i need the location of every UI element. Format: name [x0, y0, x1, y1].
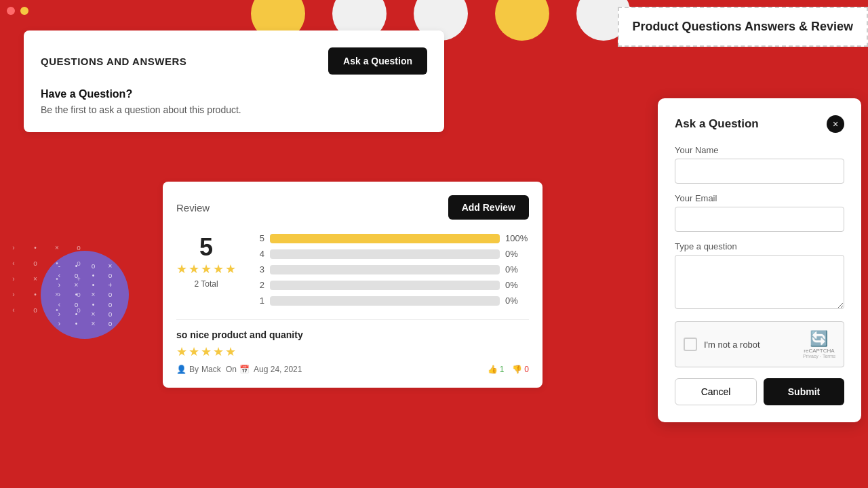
review-votes: 👍 1 👎 0 [488, 365, 529, 374]
review-panel-header: Review Add Review [176, 195, 529, 220]
ask-question-modal: Ask a Question × Your Name Your Email Ty… [658, 98, 861, 422]
ask-question-button[interactable]: Ask a Question [328, 47, 427, 75]
window-controls [7, 7, 28, 15]
review-on-label: On [224, 365, 237, 374]
bar-label-1: 1 [256, 296, 264, 306]
review-star-5: ★ [225, 344, 236, 359]
have-question-text: Have a Question? Be the first to ask a q… [41, 88, 427, 115]
thumbs-down-button[interactable]: 👎 0 [512, 365, 529, 374]
bar-row-2: 2 0% [256, 280, 529, 290]
email-label: Your Email [675, 193, 844, 203]
qa-panel-header: QUESTIONS AND ANSWERS Ask a Question [41, 47, 427, 75]
question-label: Type a question [675, 241, 844, 251]
bar-pct-3: 0% [505, 264, 529, 274]
captcha-text: I'm not a robot [704, 340, 796, 350]
bar-fill-5 [270, 234, 500, 243]
recaptcha-icon: 🔄 [810, 330, 828, 348]
star-4: ★ [213, 262, 224, 277]
bar-pct-1: 0% [505, 296, 529, 306]
bar-row-3: 3 0% [256, 264, 529, 274]
review-star-4: ★ [213, 344, 224, 359]
product-questions-title: Product Questions Answers & Review [633, 18, 853, 35]
review-star-3: ★ [201, 344, 212, 359]
bar-row-1: 1 0% [256, 296, 529, 306]
modal-title: Ask a Question [675, 117, 759, 131]
bar-track-1 [270, 296, 500, 306]
thumbs-up-count: 1 [500, 365, 505, 374]
author-name: Mack [201, 365, 221, 374]
overall-stars: ★ ★ ★ ★ ★ [176, 262, 236, 277]
review-date: Aug 24, 2021 [254, 365, 302, 374]
star-5: ★ [225, 262, 236, 277]
bar-label-2: 2 [256, 280, 264, 290]
name-input[interactable] [675, 159, 844, 184]
recaptcha-brand: reCAPTCHA [804, 348, 834, 354]
product-questions-label: Product Questions Answers & Review [618, 7, 868, 47]
email-field-group: Your Email [675, 193, 844, 232]
review-by-label: By [189, 365, 199, 374]
modal-footer: Cancel Submit [675, 378, 844, 405]
user-icon: 👤 [176, 365, 186, 374]
bar-label-5: 5 [256, 233, 264, 243]
captcha-box[interactable]: I'm not a robot 🔄 reCAPTCHA Privacy - Te… [675, 321, 844, 367]
left-dot-pattern: ›•×o ‹o•o ›×•+ ›•×o ‹o•o [0, 237, 136, 321]
thumbs-down-count: 0 [524, 365, 529, 374]
review-stars: ★ ★ ★ ★ ★ [176, 344, 529, 359]
thumbs-up-button[interactable]: 👍 1 [488, 365, 505, 374]
bar-row-4: 4 0% [256, 249, 529, 259]
bar-pct-5: 100% [505, 233, 529, 243]
rating-bars: 5 100% 4 0% 3 0% 2 0% 1 [256, 233, 529, 306]
question-textarea[interactable] [675, 255, 844, 309]
bar-track-2 [270, 281, 500, 290]
review-text: so nice product and quanity [176, 329, 529, 340]
bar-row-5: 5 100% [256, 233, 529, 243]
captcha-checkbox[interactable] [684, 338, 697, 351]
rating-summary: 5 ★ ★ ★ ★ ★ 2 Total 5 100% 4 0% 3 [176, 233, 529, 306]
name-field-group: Your Name [675, 145, 844, 184]
submit-button[interactable]: Submit [764, 378, 844, 405]
first-to-ask-text: Be the first to ask a question about thi… [41, 104, 427, 115]
recaptcha-sublabel: Privacy - Terms [803, 354, 835, 359]
bar-track-5 [270, 234, 500, 243]
rating-number: 5 [199, 233, 213, 262]
review-star-2: ★ [189, 344, 199, 359]
add-review-button[interactable]: Add Review [448, 195, 529, 220]
modal-close-button[interactable]: × [827, 115, 844, 133]
review-title: Review [176, 202, 210, 214]
star-3: ★ [201, 262, 212, 277]
review-star-1: ★ [176, 344, 187, 359]
bar-label-4: 4 [256, 249, 264, 259]
email-input[interactable] [675, 207, 844, 232]
close-dot [7, 7, 15, 15]
bar-pct-2: 0% [505, 280, 529, 290]
qa-title: QUESTIONS AND ANSWERS [41, 56, 186, 67]
bar-track-3 [270, 265, 500, 274]
question-field-group: Type a question [675, 241, 844, 312]
review-panel: Review Add Review 5 ★ ★ ★ ★ ★ 2 Total 5 … [163, 182, 542, 388]
calendar-icon: 📅 [239, 365, 250, 374]
cancel-button[interactable]: Cancel [675, 378, 757, 405]
minimize-dot [20, 7, 28, 15]
total-label: 2 Total [194, 279, 218, 289]
have-question-heading: Have a Question? [41, 88, 427, 100]
star-1: ★ [176, 262, 187, 277]
recaptcha-logo: 🔄 reCAPTCHA Privacy - Terms [803, 330, 835, 359]
modal-header: Ask a Question × [675, 115, 844, 133]
star-2: ★ [189, 262, 199, 277]
overall-rating: 5 ★ ★ ★ ★ ★ 2 Total [176, 233, 236, 306]
bar-pct-4: 0% [505, 249, 529, 259]
name-label: Your Name [675, 145, 844, 155]
bar-label-3: 3 [256, 264, 264, 274]
decorative-circle-4 [495, 0, 549, 41]
review-meta: 👤 By Mack On 📅 Aug 24, 2021 👍 1 👎 0 [176, 365, 529, 374]
bar-track-4 [270, 249, 500, 259]
review-author: 👤 By Mack On 📅 Aug 24, 2021 [176, 365, 302, 374]
qa-panel: QUESTIONS AND ANSWERS Ask a Question Hav… [24, 30, 444, 132]
review-item: so nice product and quanity ★ ★ ★ ★ ★ 👤 … [176, 319, 529, 374]
